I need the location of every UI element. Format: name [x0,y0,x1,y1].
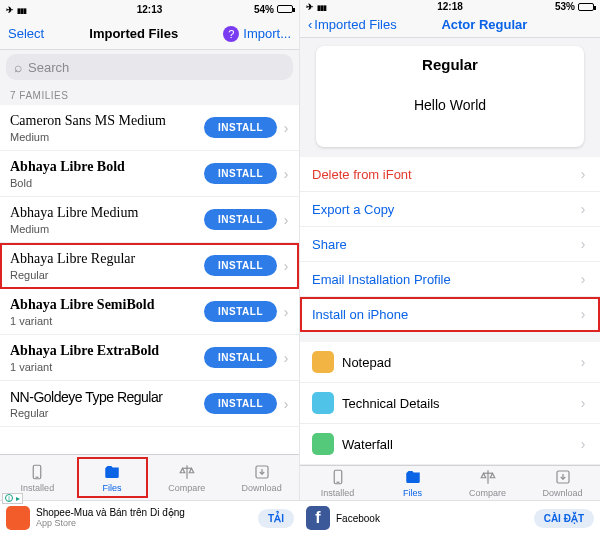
action-row[interactable]: Export a Copy› [300,192,600,227]
tab-label: Compare [469,488,506,498]
install-button[interactable]: INSTALL [204,117,277,138]
action-row[interactable]: Share› [300,227,600,262]
detail-row[interactable]: Waterfall› [300,424,600,465]
chevron-right-icon: › [578,354,588,370]
detail-row[interactable]: Notepad› [300,342,600,383]
nav-bar: Select Imported Files ? Import... [0,18,299,50]
status-bar: 12:13 54% [0,0,299,18]
chevron-right-icon: › [578,271,588,287]
font-name: Abhaya Libre SemiBold [10,297,204,313]
font-name: Abhaya Libre Regular [10,251,204,267]
font-name: NN-Goldeye Type Regular [10,389,204,405]
font-list: Cameron Sans MS MediumMediumINSTALL›Abha… [0,105,299,454]
chevron-left-icon: ‹ [308,17,312,32]
installed-icon [27,463,47,481]
back-button[interactable]: ‹Imported Files [308,17,397,32]
files-icon [102,463,122,481]
detail-label: Waterfall [342,437,393,452]
action-row[interactable]: Email Installation Profile› [300,262,600,297]
chevron-right-icon: › [281,212,291,228]
tab-compare[interactable]: Compare [450,466,525,500]
tab-label: Installed [321,488,355,498]
ad-cta-button[interactable]: CÀI ĐẶT [534,509,594,528]
font-name: Abhaya Libre Medium [10,205,204,221]
battery-pct: 53% [555,1,575,12]
search-icon [14,59,22,75]
install-button[interactable]: INSTALL [204,301,277,322]
detail-label: Notepad [342,355,391,370]
font-preview-card: Regular Hello World [316,46,584,148]
chevron-right-icon: › [578,236,588,252]
installed-icon [328,468,348,486]
ad-cta-button[interactable]: TẢI [258,509,294,528]
search-placeholder: Search [28,60,69,75]
tab-bar: InstalledFilesCompareDownload [300,465,600,500]
help-icon[interactable]: ? [223,26,239,42]
tab-compare[interactable]: Compare [150,455,225,500]
font-row[interactable]: Abhaya Libre BoldBoldINSTALL› [0,151,299,197]
ad-right[interactable]: f Facebook CÀI ĐẶT [300,501,600,536]
tab-download[interactable]: Download [525,466,600,500]
action-row[interactable]: Delete from iFont› [300,157,600,192]
chevron-right-icon: › [578,306,588,322]
download-icon [553,468,573,486]
chevron-right-icon: › [281,304,291,320]
font-style: Regular [10,407,204,419]
section-header: 7 FAMILIES [0,84,299,105]
right-screen: 12:18 53% ‹Imported Files Actor Regular … [300,0,600,500]
tab-files[interactable]: Files [375,466,450,500]
font-row[interactable]: Abhaya Libre MediumMediumINSTALL› [0,197,299,243]
action-label: Share [312,237,347,252]
tab-bar: InstalledFilesCompareDownload [0,454,299,500]
font-style: Medium [10,131,204,143]
chevron-right-icon: › [578,166,588,182]
ad-title: Shopee-Mua và Bán trên Di động [36,507,252,518]
font-row[interactable]: Cameron Sans MS MediumMediumINSTALL› [0,105,299,151]
font-row[interactable]: Abhaya Libre RegularRegularINSTALL› [0,243,299,289]
battery-pct: 54% [254,4,274,15]
tab-download[interactable]: Download [224,455,299,500]
font-name: Abhaya Libre Bold [10,159,204,175]
left-screen: 12:13 54% Select Imported Files ? Import… [0,0,300,500]
chevron-right-icon: › [578,201,588,217]
chevron-right-icon: › [281,258,291,274]
ad-app-icon [6,506,30,530]
status-bar: 12:18 53% [300,0,600,13]
search-input[interactable]: Search [6,54,293,80]
detail-label: Technical Details [342,396,440,411]
import-button[interactable]: Import... [243,26,291,41]
tab-label: Installed [21,483,55,493]
install-button[interactable]: INSTALL [204,209,277,230]
font-style: 1 variant [10,315,204,327]
action-label: Email Installation Profile [312,272,451,287]
nav-bar: ‹Imported Files Actor Regular [300,13,600,37]
ad-left[interactable]: i▸ Shopee-Mua và Bán trên Di động App St… [0,501,300,536]
preview-title: Regular [422,56,478,73]
action-label: Delete from iFont [312,167,412,182]
app-icon [312,433,334,455]
font-row[interactable]: Abhaya Libre SemiBold1 variantINSTALL› [0,289,299,335]
font-style: Medium [10,223,204,235]
tab-installed[interactable]: Installed [300,466,375,500]
chevron-right-icon: › [281,166,291,182]
font-row[interactable]: Abhaya Libre ExtraBold1 variantINSTALL› [0,335,299,381]
chevron-right-icon: › [281,120,291,136]
battery-icon [277,5,293,13]
chevron-right-icon: › [281,350,291,366]
ad-subtitle: App Store [36,518,252,529]
font-row[interactable]: NN-Goldeye Type RegularRegularINSTALL› [0,381,299,427]
action-row[interactable]: Install on iPhone› [300,297,600,332]
nav-title: Actor Regular [441,17,527,32]
details-list: Notepad›Technical Details›Waterfall› [300,342,600,465]
tab-label: Download [542,488,582,498]
compare-icon [478,468,498,486]
select-button[interactable]: Select [8,26,44,41]
install-button[interactable]: INSTALL [204,255,277,276]
battery-icon [578,3,594,11]
install-button[interactable]: INSTALL [204,163,277,184]
tab-files[interactable]: Files [75,455,150,500]
install-button[interactable]: INSTALL [204,393,277,414]
download-icon [252,463,272,481]
install-button[interactable]: INSTALL [204,347,277,368]
detail-row[interactable]: Technical Details› [300,383,600,424]
